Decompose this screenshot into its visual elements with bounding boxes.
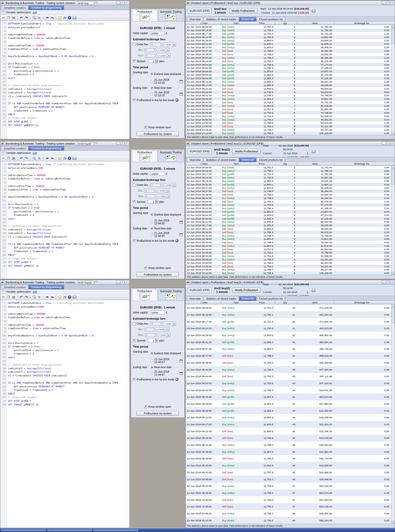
minimize-button[interactable]: _ xyxy=(116,281,120,284)
order-fee-unit-dropdown[interactable]: £ / order▼ xyxy=(162,42,176,46)
order-row[interactable]: 12-Jun-2018 10:05:00 Buy (entry) 11,789.… xyxy=(186,268,391,271)
order-row[interactable]: 12-Jun-2018 09:04:00 Sell (profit) 11,80… xyxy=(186,77,391,80)
maximize-button[interactable]: □ xyxy=(386,142,390,145)
print-icon[interactable] xyxy=(311,149,316,153)
order-row[interactable]: 12-Jun-2018 08:54:00 Buy (entry) 11,793.… xyxy=(186,63,391,66)
spread-checkbox[interactable] xyxy=(133,200,136,203)
system-name-input[interactable] xyxy=(77,142,93,145)
code-line[interactable]: defparam preloadbars=100 xyxy=(0,166,129,170)
order-row[interactable]: 12-Jun-2018 08:29:00 Buy (entry) 11,800.… xyxy=(186,39,391,42)
order-row[interactable]: 12-Jun-2018 08:54:00 Buy (entry) 11,793.… xyxy=(186,203,391,207)
order-row[interactable]: 12-Jun-2018 08:37:00 Buy (entry) 11,803.… xyxy=(186,46,391,49)
order-row[interactable]: 12-Jun-2018 09:43:00 Buy (entry) 11,802.… xyxy=(186,462,391,469)
order-row[interactable]: 12-Jun-2018 08:09:00 Buy (entry) 11,781.… xyxy=(186,25,391,29)
order-row[interactable]: 12-Jun-2018 09:04:00 Sell (profit) 11,80… xyxy=(186,394,391,400)
close-button[interactable]: × xyxy=(125,142,129,145)
order-row[interactable]: 12-Jun-2018 09:31:00 Buy (entry) 11,798.… xyxy=(186,442,391,448)
order-fee-input[interactable] xyxy=(151,43,161,46)
code-line[interactable] xyxy=(0,80,129,84)
order-row[interactable]: 12-Jun-2018 09:39:00 Buy (entry) 11,803.… xyxy=(186,448,391,455)
order-row[interactable]: 12-Jun-2018 09:11:00 Buy (entry) 11,800.… xyxy=(186,220,391,224)
type-column-header[interactable]: Type xyxy=(221,162,250,165)
probacktest-my-system-button[interactable]: ProBacktest my system xyxy=(137,272,179,277)
code-line[interactable]: noEntryAfterTime = 190000 xyxy=(0,323,129,327)
min-fee-input[interactable] xyxy=(144,48,154,52)
spin-down-icon[interactable]: ▼ xyxy=(155,340,158,342)
function-icon[interactable]: ƒx xyxy=(63,295,67,299)
custom-end-date-radio[interactable] xyxy=(151,93,153,95)
order-row[interactable]: 12-Jun-2018 09:43:00 Sell (loss) 11,797.… xyxy=(186,108,391,111)
minimize-button[interactable]: _ xyxy=(382,142,385,145)
order-row[interactable]: 12-Jun-2018 08:17:00 Sell (profit) 11,79… xyxy=(186,173,391,176)
code-line[interactable]: // Conditions to enter long positions xyxy=(0,84,129,88)
order-row[interactable]: 12-Jun-2018 08:24:00 Buy (entry) 11,793.… xyxy=(186,35,391,39)
print-icon[interactable] xyxy=(72,156,76,160)
modify-probacktest-button[interactable]: Modify ProBacktest xyxy=(229,8,257,13)
system-name-input[interactable] xyxy=(77,1,93,5)
order-row[interactable]: 12-Jun-2018 08:39:00 Sell (loss) 11,795.… xyxy=(186,193,391,196)
order-row[interactable]: 12-Jun-2018 10:00:00 Sell (loss) 11,789.… xyxy=(186,261,391,265)
edit-name-icon[interactable] xyxy=(94,142,97,145)
code-line[interactable]: IF tradecount = 2 then xyxy=(0,206,129,210)
spinner-arrows[interactable]: ▲▼ xyxy=(155,200,158,204)
calendar-icon[interactable] xyxy=(180,221,183,224)
code-line[interactable]: noEntryAfterTime = 190000 xyxy=(0,44,129,48)
tab-simplified-creation[interactable]: Simplified creation xyxy=(1,6,28,10)
font-decrease-icon[interactable]: A▾ xyxy=(45,295,49,299)
tab-probacktest[interactable]: ProBacktest xyxy=(132,10,157,22)
custom-start-date-radio[interactable] xyxy=(151,221,153,223)
order-row[interactable]: 12-Jun-2018 09:43:00 Sell (loss) 11,797.… xyxy=(186,248,391,251)
scrollbar-thumb[interactable] xyxy=(392,308,394,323)
order-row[interactable]: 12-Jun-2018 08:44:00 Sell (loss) 11,793.… xyxy=(186,373,391,380)
code-line[interactable]: c1 = (indicator1 CROSSES OVER indicator2… xyxy=(0,235,129,239)
order-row[interactable]: 12-Jun-2018 08:44:00 Buy (entry) 11,798.… xyxy=(186,366,391,373)
tab-probacktest[interactable]: ProBacktest xyxy=(132,289,157,301)
editor-titlebar[interactable]: Backtesting & Automatic Trading - Tradin… xyxy=(0,280,129,285)
order-row[interactable]: 12-Jun-2018 09:02:00 Buy (entry) 11,796.… xyxy=(186,387,391,394)
order-row[interactable]: 12-Jun-2018 09:39:00 Buy (entry) 11,803.… xyxy=(186,237,391,241)
tick-mode-checkbox[interactable] xyxy=(133,378,136,381)
min-fee-input[interactable] xyxy=(144,189,154,193)
order-row[interactable]: 12-Jun-2018 09:04:00 Sell (profit) 11,80… xyxy=(186,210,391,213)
code-line[interactable]: timeEnterBefore = time >= noEntryBeforeT… xyxy=(0,316,129,320)
order-row[interactable]: 12-Jun-2018 09:21:00 Sell (loss) 11,800.… xyxy=(186,87,391,90)
tab-creation-by-programming[interactable]: Creation by programming xyxy=(29,6,64,10)
search-icon[interactable] xyxy=(32,15,36,20)
code-line[interactable]: DEFPARAM CumulateOrders = true // Cumula… xyxy=(0,301,129,305)
tab-closed-positions-list[interactable]: Closed positions list xyxy=(257,296,285,301)
tab-closed-positions-list[interactable]: Closed positions list xyxy=(257,158,285,162)
order-row[interactable]: 12-Jun-2018 10:12:00 Buy (entry) 11,795.… xyxy=(186,271,391,275)
custom-start-date-radio[interactable] xyxy=(151,359,153,362)
order-row[interactable]: 12-Jun-2018 09:53:00 Buy (entry) 11,794.… xyxy=(186,254,391,258)
taskbar[interactable] xyxy=(0,529,395,532)
order-row[interactable]: 12-Jun-2018 08:24:00 Buy (entry) 11,793.… xyxy=(186,176,391,179)
code-line[interactable]: timeEnterAfter = time < noEntryAfterTime xyxy=(0,188,129,192)
code-line[interactable]: Once PositionSize = 1 xyxy=(0,203,129,207)
order-row[interactable]: 12-Jun-2018 09:40:00 Sell (loss) 11,798.… xyxy=(186,241,391,244)
code-line[interactable]: DEFPARAM CumulateOrders = true // Cumula… xyxy=(0,22,129,26)
order-row[interactable]: 12-Jun-2018 08:09:00 Buy (entry) 11,781.… xyxy=(186,166,391,169)
redo-icon[interactable]: ↷ xyxy=(24,156,29,160)
code-line[interactable]: daysForbiddenEntry = OpenDayOfWeek = 6 O… xyxy=(0,334,129,338)
order-row[interactable]: 12-Jun-2018 08:37:00 Sell (loss) 11,798.… xyxy=(186,352,391,359)
order-row[interactable]: 12-Jun-2018 09:53:00 Buy (entry) 11,794.… xyxy=(186,483,391,490)
calendar-icon[interactable] xyxy=(180,372,183,375)
code-line[interactable]: noEntryAfterTime = 190000 xyxy=(0,185,129,188)
order-row[interactable]: 12-Jun-2018 09:04:00 Sell (profit) 11,80… xyxy=(186,217,391,220)
code-editor[interactable]: DEFPARAM CumulateOrders = true // Cumula… xyxy=(0,161,129,279)
close-button[interactable]: × xyxy=(390,1,394,5)
code-editor[interactable]: DEFPARAM CumulateOrders = true // Cumula… xyxy=(0,21,129,139)
close-button[interactable]: × xyxy=(125,1,129,5)
qty-column-header[interactable]: Qty xyxy=(275,301,297,304)
code-line[interactable] xyxy=(0,338,129,342)
spread-input[interactable] xyxy=(148,200,155,204)
order-row[interactable]: 12-Jun-2018 09:45:00 Sell (loss) 11,793.… xyxy=(186,476,391,483)
order-fee-checkbox[interactable] xyxy=(133,323,136,325)
order-row[interactable]: 12-Jun-2018 09:45:00 Sell (loss) 11,793.… xyxy=(186,251,391,255)
order-fee-unit-dropdown[interactable]: £ / order▼ xyxy=(162,183,176,187)
order-row[interactable]: 12-Jun-2018 09:58:00 Buy (entry) 11,795.… xyxy=(186,118,391,121)
tab-automatic-trading[interactable]: Automatic Trading xyxy=(158,10,184,22)
code-line[interactable] xyxy=(0,221,129,225)
paste-icon[interactable]: ▤ xyxy=(11,156,16,160)
order-row[interactable]: 12-Jun-2018 09:58:00 Buy (entry) 11,795.… xyxy=(186,490,391,497)
